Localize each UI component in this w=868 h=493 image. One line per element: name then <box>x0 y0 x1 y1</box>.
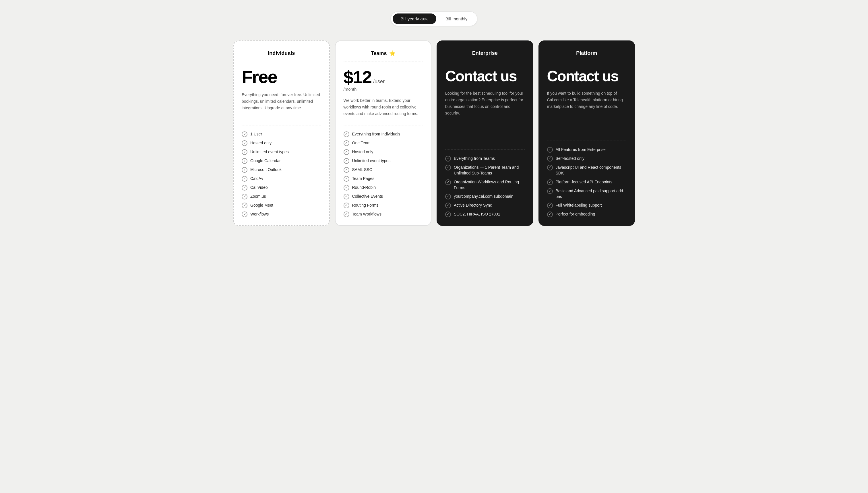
list-item: Basic and Advanced paid support add-ons <box>547 188 627 200</box>
check-icon <box>547 188 553 194</box>
price-platform: Contact us <box>547 68 627 84</box>
pricing-cards: Individuals Free Everything you need, fo… <box>233 40 635 226</box>
check-icon <box>344 202 349 208</box>
list-item: Microsoft Outlook <box>242 167 321 173</box>
list-item: Everything from Teams <box>445 155 525 162</box>
desc-individuals: Everything you need, forever free. Unlim… <box>242 91 321 117</box>
check-icon <box>445 202 451 208</box>
check-icon <box>547 156 553 162</box>
list-item: Google Meet <box>242 202 321 208</box>
check-icon <box>547 202 553 208</box>
price-per-teams: /user <box>373 79 385 85</box>
list-item: Active Directory Sync <box>445 202 525 208</box>
list-item: Round-Robin <box>344 185 423 191</box>
bill-yearly-label: Bill yearly <box>401 16 419 21</box>
list-item: Hosted only <box>344 149 423 155</box>
check-icon <box>242 167 248 173</box>
check-icon <box>242 149 248 155</box>
bill-monthly-button[interactable]: Bill monthly <box>438 14 475 24</box>
check-icon <box>547 212 553 217</box>
plan-card-individuals: Individuals Free Everything you need, fo… <box>233 40 330 226</box>
list-item: Unlimited event types <box>344 158 423 164</box>
list-item: Unlimited event types <box>242 149 321 155</box>
list-item: Team Pages <box>344 176 423 181</box>
list-item: CaldAv <box>242 176 321 181</box>
plan-label-enterprise: Enterprise <box>445 50 525 61</box>
check-icon <box>344 176 349 181</box>
check-icon <box>445 179 451 185</box>
list-item: Organizations — 1 Parent Team and Unlimi… <box>445 165 525 176</box>
check-icon <box>242 131 248 137</box>
plan-card-platform: Platform Contact us If you want to build… <box>538 40 635 226</box>
check-icon <box>445 165 451 170</box>
list-item: Perfect for embedding <box>547 211 627 217</box>
plan-label-individuals: Individuals <box>242 50 321 61</box>
list-item: Routing Forms <box>344 202 423 208</box>
check-icon <box>242 194 248 199</box>
list-item: Zoom.us <box>242 193 321 199</box>
price-teams: $12 <box>344 68 372 86</box>
bill-yearly-button[interactable]: Bill yearly-20% <box>393 14 436 24</box>
star-icon: ⭐ <box>389 50 396 57</box>
check-icon <box>547 165 553 170</box>
check-icon <box>242 185 248 191</box>
plan-label-teams: Teams ⭐ <box>344 50 423 61</box>
plan-card-teams: Teams ⭐ $12 /user /month We work better … <box>335 40 432 226</box>
price-period-teams: /month <box>344 87 423 91</box>
list-item: 1 User <box>242 131 321 137</box>
list-item: Team Workflows <box>344 211 423 217</box>
desc-teams: We work better in teams. Extend your wor… <box>344 97 423 117</box>
plan-label-platform: Platform <box>547 50 627 61</box>
list-item: yourcompany.cal.com subdomain <box>445 193 525 199</box>
check-icon <box>242 212 248 217</box>
price-block-individuals: Free <box>242 68 321 86</box>
bill-monthly-label: Bill monthly <box>445 16 468 21</box>
check-icon <box>344 212 349 217</box>
list-item: Full Whitelabeling support <box>547 202 627 208</box>
price-enterprise: Contact us <box>445 68 525 84</box>
list-item: Platform-focused API Endpoints <box>547 179 627 185</box>
feature-list-enterprise: Everything from Teams Organizations — 1 … <box>445 155 525 217</box>
check-icon <box>547 147 553 153</box>
check-icon <box>344 140 349 146</box>
list-item: SOC2, HIPAA, ISO 27001 <box>445 211 525 217</box>
check-icon <box>242 202 248 208</box>
list-item: Javascript UI and React components SDK <box>547 165 627 176</box>
list-item: Self-hosted only <box>547 155 627 162</box>
feature-list-individuals: 1 User Hosted only Unlimited event types… <box>242 131 321 217</box>
list-item: Collective Events <box>344 193 423 199</box>
list-item: Hosted only <box>242 140 321 146</box>
check-icon <box>344 185 349 191</box>
check-icon <box>242 176 248 181</box>
yearly-discount: -20% <box>420 17 428 21</box>
check-icon <box>547 179 553 185</box>
feature-list-platform: All Features from Enterprise Self-hosted… <box>547 147 627 217</box>
check-icon <box>344 158 349 164</box>
desc-enterprise: Looking for the best scheduling tool for… <box>445 90 525 142</box>
divider-platform <box>547 141 627 141</box>
check-icon <box>344 194 349 199</box>
list-item: SAML SSO <box>344 167 423 173</box>
check-icon <box>344 131 349 137</box>
check-icon <box>445 194 451 199</box>
list-item: All Features from Enterprise <box>547 147 627 153</box>
check-icon <box>344 149 349 155</box>
check-icon <box>445 212 451 217</box>
price-individuals: Free <box>242 67 277 87</box>
plan-card-enterprise: Enterprise Contact us Looking for the be… <box>437 40 533 226</box>
check-icon <box>344 167 349 173</box>
price-block-teams: $12 /user /month <box>344 68 423 91</box>
billing-toggle: Bill yearly-20% Bill monthly <box>391 12 478 26</box>
list-item: Cal Video <box>242 185 321 191</box>
check-icon <box>242 158 248 164</box>
list-item: Organization Workflows and Routing Forms <box>445 179 525 191</box>
price-block-platform: Contact us <box>547 68 627 84</box>
list-item: Google Calendar <box>242 158 321 164</box>
list-item: Workflows <box>242 211 321 217</box>
desc-platform: If you want to build something on top of… <box>547 90 627 133</box>
feature-list-teams: Everything from Individuals One Team Hos… <box>344 131 423 217</box>
list-item: Everything from Individuals <box>344 131 423 137</box>
check-icon <box>445 156 451 162</box>
check-icon <box>242 140 248 146</box>
list-item: One Team <box>344 140 423 146</box>
